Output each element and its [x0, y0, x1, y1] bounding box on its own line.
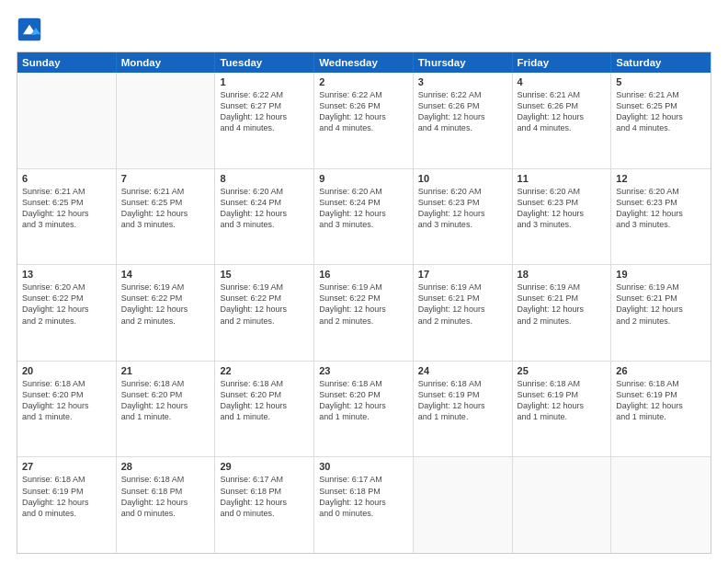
calendar: SundayMondayTuesdayWednesdayThursdayFrid… [17, 52, 711, 554]
day-number: 13 [22, 269, 111, 280]
day-detail: Sunrise: 6:18 AM Sunset: 6:19 PM Dayligh… [418, 378, 507, 423]
day-number: 6 [22, 173, 111, 184]
day-detail: Sunrise: 6:20 AM Sunset: 6:23 PM Dayligh… [418, 186, 507, 231]
day-cell-22: 22Sunrise: 6:18 AM Sunset: 6:20 PM Dayli… [215, 362, 314, 457]
day-number: 2 [319, 76, 408, 87]
day-detail: Sunrise: 6:19 AM Sunset: 6:21 PM Dayligh… [518, 282, 607, 327]
day-number: 27 [22, 461, 111, 472]
day-number: 11 [518, 173, 607, 184]
day-cell-20: 20Sunrise: 6:18 AM Sunset: 6:20 PM Dayli… [17, 362, 117, 457]
week-row-3: 20Sunrise: 6:18 AM Sunset: 6:20 PM Dayli… [17, 362, 711, 458]
day-cell-29: 29Sunrise: 6:17 AM Sunset: 6:18 PM Dayli… [215, 457, 314, 553]
day-detail: Sunrise: 6:18 AM Sunset: 6:18 PM Dayligh… [121, 474, 210, 519]
day-detail: Sunrise: 6:21 AM Sunset: 6:25 PM Dayligh… [22, 186, 111, 231]
day-cell-1: 1Sunrise: 6:22 AM Sunset: 6:27 PM Daylig… [215, 73, 314, 168]
day-number: 22 [220, 365, 309, 376]
day-number: 21 [121, 365, 210, 376]
day-cell-28: 28Sunrise: 6:18 AM Sunset: 6:18 PM Dayli… [117, 457, 216, 553]
week-row-4: 27Sunrise: 6:18 AM Sunset: 6:19 PM Dayli… [17, 457, 711, 553]
day-number: 14 [121, 269, 210, 280]
day-number: 29 [220, 461, 309, 472]
day-detail: Sunrise: 6:22 AM Sunset: 6:26 PM Dayligh… [319, 89, 408, 134]
day-number: 17 [418, 269, 507, 280]
day-cell-15: 15Sunrise: 6:19 AM Sunset: 6:22 PM Dayli… [215, 265, 314, 361]
day-cell-8: 8Sunrise: 6:20 AM Sunset: 6:24 PM Daylig… [215, 169, 314, 265]
logo-icon [17, 17, 42, 42]
week-row-2: 13Sunrise: 6:20 AM Sunset: 6:22 PM Dayli… [17, 265, 711, 362]
day-cell-13: 13Sunrise: 6:20 AM Sunset: 6:22 PM Dayli… [17, 265, 117, 361]
week-row-0: 1Sunrise: 6:22 AM Sunset: 6:27 PM Daylig… [17, 73, 711, 169]
calendar-body: 1Sunrise: 6:22 AM Sunset: 6:27 PM Daylig… [17, 73, 711, 553]
day-number: 5 [616, 76, 706, 87]
day-number: 9 [319, 173, 408, 184]
empty-cell-4-6 [611, 457, 711, 553]
page: SundayMondayTuesdayWednesdayThursdayFrid… [0, 0, 728, 563]
day-cell-7: 7Sunrise: 6:21 AM Sunset: 6:25 PM Daylig… [117, 169, 216, 265]
day-detail: Sunrise: 6:19 AM Sunset: 6:21 PM Dayligh… [616, 282, 706, 327]
day-detail: Sunrise: 6:18 AM Sunset: 6:19 PM Dayligh… [518, 378, 607, 423]
week-row-1: 6Sunrise: 6:21 AM Sunset: 6:25 PM Daylig… [17, 169, 711, 266]
day-number: 10 [418, 173, 507, 184]
header-day-thursday: Thursday [414, 52, 513, 73]
day-detail: Sunrise: 6:17 AM Sunset: 6:18 PM Dayligh… [319, 474, 408, 519]
empty-cell-0-0 [17, 73, 117, 168]
header-day-sunday: Sunday [17, 52, 117, 73]
day-cell-19: 19Sunrise: 6:19 AM Sunset: 6:21 PM Dayli… [611, 265, 711, 361]
day-number: 19 [616, 269, 706, 280]
day-cell-18: 18Sunrise: 6:19 AM Sunset: 6:21 PM Dayli… [513, 265, 612, 361]
day-number: 1 [220, 76, 309, 87]
header-day-monday: Monday [117, 52, 216, 73]
day-number: 26 [616, 365, 706, 376]
day-detail: Sunrise: 6:18 AM Sunset: 6:20 PM Dayligh… [22, 378, 111, 423]
day-detail: Sunrise: 6:17 AM Sunset: 6:18 PM Dayligh… [220, 474, 309, 519]
day-number: 20 [22, 365, 111, 376]
day-number: 24 [418, 365, 507, 376]
day-detail: Sunrise: 6:18 AM Sunset: 6:20 PM Dayligh… [121, 378, 210, 423]
day-number: 18 [518, 269, 607, 280]
header-day-tuesday: Tuesday [215, 52, 314, 73]
day-detail: Sunrise: 6:20 AM Sunset: 6:22 PM Dayligh… [22, 282, 111, 327]
day-cell-26: 26Sunrise: 6:18 AM Sunset: 6:19 PM Dayli… [611, 362, 711, 457]
day-cell-2: 2Sunrise: 6:22 AM Sunset: 6:26 PM Daylig… [314, 73, 414, 168]
day-detail: Sunrise: 6:20 AM Sunset: 6:23 PM Dayligh… [518, 186, 607, 231]
logo [17, 17, 46, 42]
day-detail: Sunrise: 6:19 AM Sunset: 6:22 PM Dayligh… [220, 282, 309, 327]
day-number: 25 [518, 365, 607, 376]
day-number: 4 [518, 76, 607, 87]
day-cell-6: 6Sunrise: 6:21 AM Sunset: 6:25 PM Daylig… [17, 169, 117, 265]
day-detail: Sunrise: 6:18 AM Sunset: 6:19 PM Dayligh… [616, 378, 706, 423]
day-cell-21: 21Sunrise: 6:18 AM Sunset: 6:20 PM Dayli… [117, 362, 216, 457]
day-number: 7 [121, 173, 210, 184]
day-detail: Sunrise: 6:21 AM Sunset: 6:25 PM Dayligh… [121, 186, 210, 231]
day-detail: Sunrise: 6:18 AM Sunset: 6:20 PM Dayligh… [319, 378, 408, 423]
day-cell-5: 5Sunrise: 6:21 AM Sunset: 6:25 PM Daylig… [611, 73, 711, 168]
day-cell-16: 16Sunrise: 6:19 AM Sunset: 6:22 PM Dayli… [314, 265, 414, 361]
day-cell-11: 11Sunrise: 6:20 AM Sunset: 6:23 PM Dayli… [513, 169, 612, 265]
day-number: 12 [616, 173, 706, 184]
day-cell-10: 10Sunrise: 6:20 AM Sunset: 6:23 PM Dayli… [414, 169, 513, 265]
day-cell-17: 17Sunrise: 6:19 AM Sunset: 6:21 PM Dayli… [414, 265, 513, 361]
day-detail: Sunrise: 6:19 AM Sunset: 6:21 PM Dayligh… [418, 282, 507, 327]
day-detail: Sunrise: 6:18 AM Sunset: 6:19 PM Dayligh… [22, 474, 111, 519]
day-number: 16 [319, 269, 408, 280]
day-number: 23 [319, 365, 408, 376]
day-number: 8 [220, 173, 309, 184]
day-detail: Sunrise: 6:19 AM Sunset: 6:22 PM Dayligh… [121, 282, 210, 327]
day-detail: Sunrise: 6:18 AM Sunset: 6:20 PM Dayligh… [220, 378, 309, 423]
header [17, 17, 711, 42]
day-cell-3: 3Sunrise: 6:22 AM Sunset: 6:26 PM Daylig… [414, 73, 513, 168]
day-cell-23: 23Sunrise: 6:18 AM Sunset: 6:20 PM Dayli… [314, 362, 414, 457]
day-cell-9: 9Sunrise: 6:20 AM Sunset: 6:24 PM Daylig… [314, 169, 414, 265]
day-number: 30 [319, 461, 408, 472]
calendar-header: SundayMondayTuesdayWednesdayThursdayFrid… [17, 52, 711, 73]
day-cell-14: 14Sunrise: 6:19 AM Sunset: 6:22 PM Dayli… [117, 265, 216, 361]
day-number: 28 [121, 461, 210, 472]
day-detail: Sunrise: 6:20 AM Sunset: 6:24 PM Dayligh… [319, 186, 408, 231]
day-detail: Sunrise: 6:20 AM Sunset: 6:23 PM Dayligh… [616, 186, 706, 231]
day-number: 3 [418, 76, 507, 87]
day-cell-27: 27Sunrise: 6:18 AM Sunset: 6:19 PM Dayli… [17, 457, 117, 553]
empty-cell-4-4 [414, 457, 513, 553]
day-detail: Sunrise: 6:20 AM Sunset: 6:24 PM Dayligh… [220, 186, 309, 231]
day-detail: Sunrise: 6:21 AM Sunset: 6:25 PM Dayligh… [616, 89, 706, 134]
day-cell-12: 12Sunrise: 6:20 AM Sunset: 6:23 PM Dayli… [611, 169, 711, 265]
